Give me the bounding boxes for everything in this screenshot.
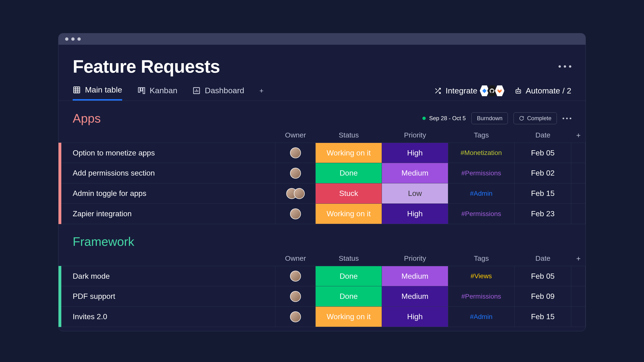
window-close-dot[interactable] (65, 37, 68, 41)
tags-cell[interactable]: #Admin (448, 307, 514, 327)
table-row[interactable]: Dark mode Done Medium #Views Feb 05 (61, 266, 586, 286)
item-name-cell[interactable]: Option to monetize apps (66, 143, 275, 163)
avatar[interactable] (290, 168, 301, 179)
date-cell[interactable]: Feb 23 (514, 204, 571, 224)
date-cell[interactable]: Feb 05 (514, 266, 571, 286)
date-cell[interactable]: Feb 15 (514, 307, 571, 327)
status-cell[interactable]: Done (316, 266, 382, 286)
group-more-menu[interactable] (562, 118, 571, 119)
svg-line-14 (436, 88, 437, 90)
row-handle[interactable] (61, 143, 66, 163)
date-cell[interactable]: Feb 05 (514, 143, 571, 163)
row-handle[interactable] (61, 266, 66, 286)
svg-rect-15 (516, 90, 521, 93)
status-cell[interactable]: Working on it (316, 307, 382, 327)
item-name-cell[interactable]: Admin toggle for apps (66, 183, 275, 203)
item-name-cell[interactable]: Invites 2.0 (66, 307, 275, 327)
view-tabs: Main table Kanban Dashboard + (73, 85, 264, 100)
table-row[interactable]: PDF support Done Medium #Permissions Feb… (61, 286, 586, 307)
status-cell[interactable]: Working on it (316, 143, 382, 163)
tab-dashboard[interactable]: Dashboard (192, 86, 244, 100)
status-cell[interactable]: Done (316, 286, 382, 306)
burndown-button[interactable]: Burndown (472, 112, 508, 124)
column-header[interactable]: Tags (448, 252, 514, 266)
column-header[interactable]: Owner (275, 128, 316, 143)
tags-cell[interactable]: #Admin (448, 183, 514, 203)
tab-main-table[interactable]: Main table (73, 85, 122, 100)
priority-cell[interactable]: High (382, 307, 448, 327)
owner-cell[interactable] (275, 204, 316, 224)
view-tabs-row: Main table Kanban Dashboard + Integrate (58, 85, 586, 101)
tags-cell[interactable]: #Permissions (448, 163, 514, 183)
row-handle[interactable] (61, 204, 66, 224)
row-handle[interactable] (61, 163, 66, 183)
group-header: Framework (58, 224, 586, 252)
tags-cell[interactable]: #Permissions (448, 204, 514, 224)
column-header[interactable]: Date (514, 252, 571, 266)
avatar[interactable] (290, 147, 301, 158)
group-title[interactable]: Apps (73, 111, 101, 125)
column-header[interactable]: Status (316, 252, 382, 266)
tags-cell[interactable]: #Permissions (448, 286, 514, 306)
window-max-dot[interactable] (78, 37, 81, 41)
column-header[interactable]: Priority (382, 252, 448, 266)
integrate-button[interactable]: Integrate (434, 85, 504, 96)
page-more-menu[interactable] (558, 65, 571, 68)
sprint-chip[interactable]: Sep 28 - Oct 5 (422, 115, 466, 122)
priority-cell[interactable]: High (382, 143, 448, 163)
column-header[interactable]: Owner (275, 252, 316, 266)
table-row[interactable]: Invites 2.0 Working on it High #Admin Fe… (61, 307, 586, 327)
add-column-button[interactable]: + (571, 252, 586, 266)
item-name-cell[interactable]: Add permissions section (66, 163, 275, 183)
priority-cell[interactable]: Medium (382, 163, 448, 183)
tab-kanban[interactable]: Kanban (137, 86, 177, 100)
avatar[interactable] (294, 188, 305, 199)
status-cell[interactable]: Stuck (316, 183, 382, 203)
row-handle[interactable] (61, 183, 66, 203)
tags-cell[interactable]: #Views (448, 266, 514, 286)
column-header[interactable]: Date (514, 128, 571, 143)
priority-cell[interactable]: Low (382, 183, 448, 203)
owner-cell[interactable] (275, 307, 316, 327)
avatar[interactable] (290, 311, 301, 322)
owner-cell[interactable] (275, 163, 316, 183)
gitlab-icon (495, 85, 504, 96)
add-column-button[interactable]: + (571, 128, 586, 143)
status-cell[interactable]: Working on it (316, 204, 382, 224)
table-row[interactable]: Add permissions section Done Medium #Per… (61, 163, 586, 183)
avatar[interactable] (290, 291, 301, 302)
avatar[interactable] (290, 208, 301, 219)
item-name-cell[interactable]: Zapier integration (66, 204, 275, 224)
avatar[interactable] (290, 271, 301, 282)
automate-button[interactable]: Automate / 2 (515, 86, 571, 95)
window-min-dot[interactable] (71, 37, 74, 41)
row-end-cell (571, 286, 586, 306)
table-row[interactable]: Option to monetize apps Working on it Hi… (61, 143, 586, 163)
column-header[interactable]: Priority (382, 128, 448, 143)
owner-cell[interactable] (275, 143, 316, 163)
integrate-label: Integrate (446, 86, 477, 95)
date-cell[interactable]: Feb 15 (514, 183, 571, 203)
table-row[interactable]: Zapier integration Working on it High #P… (61, 204, 586, 224)
app-window: Feature Requests Main table Kanban Dashb… (58, 33, 586, 331)
table-row[interactable]: Admin toggle for apps Stuck Low #Admin F… (61, 183, 586, 204)
priority-cell[interactable]: High (382, 204, 448, 224)
row-handle[interactable] (61, 307, 66, 327)
item-name-cell[interactable]: PDF support (66, 286, 275, 306)
add-view-button[interactable]: + (259, 87, 264, 99)
date-cell[interactable]: Feb 02 (514, 163, 571, 183)
date-cell[interactable]: Feb 09 (514, 286, 571, 306)
priority-cell[interactable]: Medium (382, 286, 448, 306)
complete-button[interactable]: Complete (514, 112, 557, 124)
tags-cell[interactable]: #Monetization (448, 143, 514, 163)
owner-cell[interactable] (275, 266, 316, 286)
status-cell[interactable]: Done (316, 163, 382, 183)
owner-cell[interactable] (275, 183, 316, 203)
owner-cell[interactable] (275, 286, 316, 306)
column-header[interactable]: Tags (448, 128, 514, 143)
priority-cell[interactable]: Medium (382, 266, 448, 286)
item-name-cell[interactable]: Dark mode (66, 266, 275, 286)
group-title[interactable]: Framework (73, 235, 134, 249)
column-header[interactable]: Status (316, 128, 382, 143)
row-handle[interactable] (61, 286, 66, 306)
